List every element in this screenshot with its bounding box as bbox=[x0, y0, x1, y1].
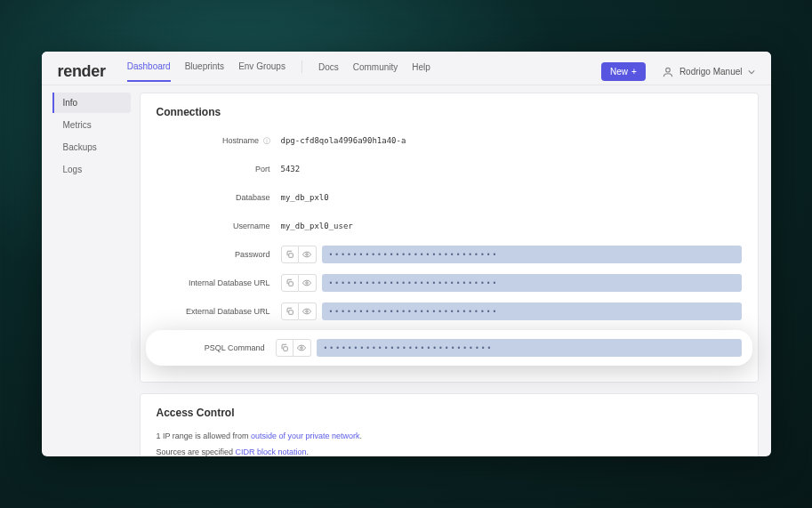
reveal-button[interactable] bbox=[299, 274, 317, 292]
external-url-label: External Database URL bbox=[157, 307, 281, 316]
reveal-button[interactable] bbox=[293, 339, 311, 357]
svg-point-6 bbox=[306, 310, 309, 313]
svg-point-4 bbox=[306, 282, 309, 285]
nav-envgroups[interactable]: Env Groups bbox=[238, 61, 285, 82]
external-url-row: External Database URL ••••••••••••••••••… bbox=[157, 302, 742, 321]
user-menu[interactable]: Rodrigo Manuel bbox=[662, 66, 755, 78]
sidebar-item-info[interactable]: Info bbox=[52, 93, 131, 113]
password-secret: •••••••••••••••••••••••••••• bbox=[281, 246, 742, 263]
copy-icon bbox=[280, 343, 289, 352]
nav-docs[interactable]: Docs bbox=[318, 62, 339, 81]
nav-help[interactable]: Help bbox=[412, 62, 430, 81]
sidebar: Info Metrics Backups Logs bbox=[42, 85, 131, 456]
copy-button[interactable] bbox=[276, 339, 293, 357]
hostname-row: Hostname ⓘ dpg-cfd8qola4996a90h1a40-a bbox=[157, 131, 742, 150]
port-row: Port 5432 bbox=[157, 159, 742, 179]
reveal-button[interactable] bbox=[299, 302, 317, 320]
eye-icon bbox=[302, 307, 311, 316]
copy-icon bbox=[285, 278, 294, 287]
eye-icon bbox=[302, 250, 311, 259]
port-value: 5432 bbox=[281, 165, 742, 173]
svg-rect-7 bbox=[283, 347, 287, 351]
main-content: Connections Hostname ⓘ dpg-cfd8qola4996a… bbox=[131, 85, 771, 456]
psql-label: PSQL Command bbox=[157, 343, 276, 352]
user-name: Rodrigo Manuel bbox=[679, 67, 743, 77]
username-label: Username bbox=[157, 222, 281, 230]
eye-icon bbox=[297, 343, 306, 352]
external-url-secret: •••••••••••••••••••••••••••• bbox=[281, 302, 742, 320]
brand-logo[interactable]: render bbox=[58, 62, 106, 81]
new-button-label: New bbox=[610, 67, 628, 77]
connections-title: Connections bbox=[157, 106, 742, 118]
user-icon bbox=[662, 66, 674, 78]
username-row: Username my_db_pxl0_user bbox=[157, 216, 742, 236]
sidebar-item-logs[interactable]: Logs bbox=[52, 159, 131, 180]
cidr-link[interactable]: CIDR block notation bbox=[236, 448, 307, 456]
connections-card: Connections Hostname ⓘ dpg-cfd8qola4996a… bbox=[140, 93, 759, 383]
psql-row-highlighted: PSQL Command •••••••••••••••••••••••••••… bbox=[146, 330, 752, 366]
access-control-title: Access Control bbox=[157, 407, 742, 419]
internal-url-secret: •••••••••••••••••••••••••••• bbox=[281, 274, 742, 292]
svg-rect-3 bbox=[288, 282, 293, 286]
new-button[interactable]: New + bbox=[601, 62, 646, 81]
nav-separator bbox=[301, 60, 302, 73]
password-label: Password bbox=[157, 250, 281, 259]
copy-button[interactable] bbox=[281, 274, 299, 292]
username-value: my_db_pxl0_user bbox=[281, 222, 742, 230]
hostname-label: Hostname ⓘ bbox=[157, 136, 281, 146]
hostname-value: dpg-cfd8qola4996a90h1a40-a bbox=[281, 136, 742, 145]
secondary-nav: Docs Community Help bbox=[318, 62, 430, 81]
external-url-masked: •••••••••••••••••••••••••••• bbox=[322, 302, 742, 320]
access-control-card: Access Control 1 IP range is allowed fro… bbox=[140, 393, 759, 456]
svg-point-0 bbox=[666, 68, 671, 72]
header: render Dashboard Blueprints Env Groups D… bbox=[42, 52, 771, 85]
nav-dashboard[interactable]: Dashboard bbox=[127, 61, 171, 82]
internal-url-label: Internal Database URL bbox=[157, 278, 281, 287]
database-value: my_db_pxl0 bbox=[281, 193, 742, 202]
sidebar-item-metrics[interactable]: Metrics bbox=[52, 115, 131, 135]
nav-blueprints[interactable]: Blueprints bbox=[185, 61, 224, 82]
info-icon[interactable]: ⓘ bbox=[263, 137, 270, 145]
copy-icon bbox=[285, 250, 294, 259]
password-masked: •••••••••••••••••••••••••••• bbox=[322, 246, 742, 263]
copy-icon bbox=[285, 307, 294, 316]
private-network-link[interactable]: outside of your private network bbox=[251, 431, 360, 440]
psql-secret: •••••••••••••••••••••••••••• bbox=[276, 339, 742, 357]
copy-button[interactable] bbox=[281, 246, 299, 263]
copy-button[interactable] bbox=[281, 302, 299, 320]
port-label: Port bbox=[157, 165, 281, 173]
svg-rect-5 bbox=[288, 310, 293, 315]
psql-masked: •••••••••••••••••••••••••••• bbox=[317, 339, 742, 357]
nav-community[interactable]: Community bbox=[353, 62, 398, 81]
eye-icon bbox=[302, 278, 311, 287]
svg-point-8 bbox=[301, 347, 303, 350]
password-row: Password •••••••••••••••••••••••••••• bbox=[157, 245, 742, 264]
svg-point-2 bbox=[306, 254, 309, 256]
primary-nav: Dashboard Blueprints Env Groups bbox=[127, 61, 285, 82]
internal-url-masked: •••••••••••••••••••••••••••• bbox=[322, 274, 742, 292]
internal-url-row: Internal Database URL ••••••••••••••••••… bbox=[157, 273, 742, 293]
access-line-2: Sources are specified CIDR block notatio… bbox=[157, 448, 742, 456]
reveal-button[interactable] bbox=[299, 246, 317, 263]
database-label: Database bbox=[157, 193, 281, 202]
body: Info Metrics Backups Logs Connections Ho… bbox=[42, 85, 771, 456]
chevron-down-icon bbox=[748, 69, 755, 76]
access-line-1: 1 IP range is allowed from outside of yo… bbox=[157, 431, 742, 440]
plus-icon: + bbox=[631, 67, 637, 77]
database-row: Database my_db_pxl0 bbox=[157, 188, 742, 207]
svg-rect-1 bbox=[288, 254, 293, 258]
sidebar-item-backups[interactable]: Backups bbox=[52, 137, 131, 157]
app-window: render Dashboard Blueprints Env Groups D… bbox=[42, 52, 771, 456]
